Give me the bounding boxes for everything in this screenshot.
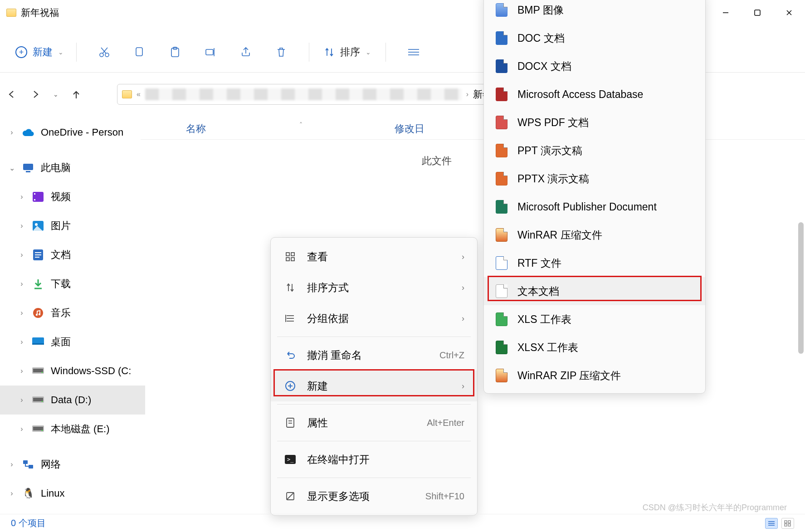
filetype-icon (496, 31, 507, 45)
svg-point-28 (33, 308, 43, 318)
submenu-label: WinRAR ZIP 压缩文件 (517, 369, 693, 383)
sidebar-item[interactable]: ›OneDrive - Person (0, 118, 145, 147)
sidebar-item[interactable]: ›视频 (0, 182, 145, 211)
view-mode-buttons (765, 518, 794, 529)
svg-rect-46 (286, 258, 289, 261)
context-menu-item[interactable]: 撤消 重命名Ctrl+Z (271, 340, 477, 371)
svg-rect-32 (32, 343, 44, 345)
svg-rect-67 (788, 524, 790, 526)
svg-rect-45 (291, 253, 294, 256)
context-menu-item[interactable]: 新建› (271, 371, 477, 401)
svg-rect-65 (788, 521, 790, 523)
breadcrumb[interactable]: « › 新年祝福 (117, 84, 516, 105)
close-button[interactable] (773, 1, 805, 24)
cut-icon[interactable] (91, 42, 117, 63)
svg-rect-1 (755, 10, 760, 15)
context-menu-item[interactable]: >_在终端中打开 (271, 444, 477, 475)
icons-view-button[interactable] (781, 518, 794, 529)
plus-icon: + (15, 46, 27, 58)
details-view-button[interactable] (765, 518, 778, 529)
submenu-item[interactable]: PPTX 演示文稿 (484, 165, 705, 193)
sidebar-item[interactable]: ⌄此电脑 (0, 153, 145, 182)
submenu-item[interactable]: PPT 演示文稿 (484, 137, 705, 165)
sidebar-item-label: 音乐 (51, 306, 71, 320)
context-menu-item[interactable]: 属性Alt+Enter (271, 407, 477, 438)
submenu-item[interactable]: Microsoft Publisher Document (484, 193, 705, 221)
chevron-icon: › (18, 251, 25, 259)
submenu-item[interactable]: BMP 图像 (484, 0, 705, 24)
terminal-icon: >_ (283, 455, 297, 464)
svg-rect-34 (33, 369, 43, 372)
up-button[interactable] (66, 85, 86, 103)
grid-icon (283, 252, 297, 262)
sidebar-item[interactable]: ›图片 (0, 211, 145, 240)
forward-button[interactable] (25, 85, 45, 103)
pc-icon (22, 162, 34, 174)
sidebar-scrollbar[interactable] (797, 109, 805, 505)
sidebar-item-label: 下载 (51, 277, 71, 291)
linux-icon: 🐧 (22, 488, 34, 499)
rename-icon[interactable] (197, 42, 224, 63)
sidebar-item-label: Windows-SSD (C: (51, 365, 131, 377)
context-menu-item[interactable]: 显示更多选项Shift+F10 (271, 481, 477, 512)
recent-button[interactable]: ⌄ (49, 85, 63, 103)
sidebar-item[interactable]: ›网络 (0, 450, 145, 479)
sidebar-item[interactable]: ›桌面 (0, 327, 145, 356)
back-button[interactable] (2, 85, 22, 103)
drive-icon (32, 394, 44, 406)
sort-asc-icon: ˄ (299, 121, 302, 128)
context-menu-item[interactable]: 查看› (271, 241, 477, 272)
context-menu-label: 在终端中打开 (307, 453, 464, 467)
paste-icon[interactable] (162, 42, 188, 63)
view-icon[interactable] (400, 42, 427, 63)
sidebar-item[interactable]: ›本地磁盘 (E:) (0, 415, 145, 444)
sidebar-item[interactable]: ›Windows-SSD (C: (0, 356, 145, 386)
submenu-item[interactable]: DOCX 文档 (484, 52, 705, 80)
submenu-label: PPT 演示文稿 (517, 144, 693, 158)
submenu-item[interactable]: XLSX 工作表 (484, 333, 705, 361)
filetype-icon (496, 200, 507, 214)
divider (277, 404, 471, 405)
filetype-icon (496, 369, 507, 382)
sidebar-item[interactable]: ›Data (D:) (0, 386, 145, 415)
folder-icon (122, 90, 132, 98)
sidebar-item-label: 此电脑 (41, 161, 71, 175)
filetype-icon (496, 284, 507, 298)
submenu-item[interactable]: Microsoft Access Database (484, 80, 705, 108)
scrollbar-thumb[interactable] (798, 222, 804, 354)
svg-rect-18 (26, 171, 30, 172)
minimize-button[interactable] (710, 1, 742, 24)
context-menu-label: 查看 (307, 250, 452, 264)
more-icon (283, 491, 297, 501)
submenu-label: Microsoft Access Database (517, 88, 693, 101)
sidebar-item[interactable]: ›🐧Linux (0, 479, 145, 508)
svg-point-41 (42, 430, 43, 431)
copy-icon[interactable] (127, 42, 153, 63)
context-menu-item[interactable]: 排序方式› (271, 272, 477, 303)
sort-button[interactable]: 排序 ⌄ (324, 45, 371, 59)
drive-icon (32, 423, 44, 435)
submenu-item[interactable]: WinRAR 压缩文件 (484, 221, 705, 249)
sidebar-item[interactable]: ›文档 (0, 240, 145, 269)
submenu-item[interactable]: WinRAR ZIP 压缩文件 (484, 361, 705, 390)
sidebar-item[interactable]: ›音乐 (0, 298, 145, 327)
submenu-item[interactable]: RTF 文件 (484, 249, 705, 277)
sidebar-item-label: 图片 (51, 219, 71, 233)
maximize-button[interactable] (742, 1, 773, 24)
share-icon[interactable] (233, 42, 259, 63)
submenu-item[interactable]: WPS PDF 文档 (484, 108, 705, 137)
delete-icon[interactable] (268, 42, 294, 63)
sidebar-item[interactable]: ›下载 (0, 269, 145, 298)
new-button[interactable]: + 新建 ⌄ (13, 43, 66, 62)
chevron-icon: › (18, 309, 25, 317)
column-name[interactable]: 名称 ˄ (141, 122, 395, 136)
submenu-item[interactable]: XLS 工作表 (484, 305, 705, 333)
svg-rect-37 (33, 398, 43, 401)
submenu-item[interactable]: 文本文档 (484, 277, 705, 305)
filetype-icon (496, 256, 507, 270)
context-menu-item[interactable]: 分组依据› (271, 303, 477, 334)
svg-rect-40 (33, 427, 43, 430)
submenu-item[interactable]: DOC 文档 (484, 24, 705, 52)
submenu-label: XLS 工作表 (517, 312, 693, 327)
svg-point-23 (35, 223, 38, 226)
